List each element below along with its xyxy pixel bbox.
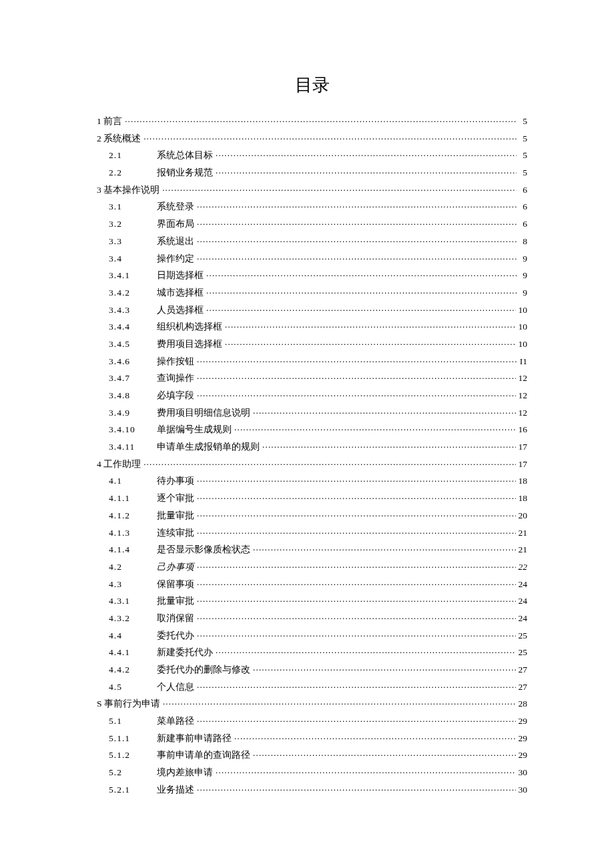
toc-entry[interactable]: 5.2境内差旅申请30: [97, 767, 527, 777]
toc-page-number: 8: [517, 237, 527, 246]
toc-entry[interactable]: 4.1.1逐个审批18: [97, 492, 527, 503]
toc-entry[interactable]: 5.1.1新建事前申请路径29: [97, 733, 527, 743]
toc-label: 1 前言: [97, 117, 125, 126]
toc-entry[interactable]: 4 工作助理17: [97, 458, 527, 469]
toc-page-number: 20: [516, 511, 528, 520]
toc-label: 费用项目明细信息说明: [157, 408, 253, 418]
toc-number: 3.4: [109, 254, 157, 264]
toc-entry[interactable]: 4.3.1批量审批24: [97, 595, 527, 606]
toc-entry[interactable]: 3.4.11申请单生成报销单的规则17: [97, 441, 527, 452]
toc-entry[interactable]: 4.1.2批量审批20: [97, 510, 527, 520]
toc-entry[interactable]: 3.4.8必填字段12: [97, 390, 527, 400]
toc-leader-dots: [216, 646, 516, 655]
toc-entry[interactable]: S 事前行为申请28: [97, 698, 527, 709]
toc-entry[interactable]: 4.3保留事项24: [97, 578, 527, 589]
toc-entry[interactable]: 3.4.1日期选择框9: [97, 270, 527, 280]
toc-leader-dots: [197, 372, 516, 381]
toc-leader-dots: [216, 167, 517, 175]
toc-leader-dots: [197, 253, 517, 262]
toc-entry[interactable]: 2.1系统总体目标5: [97, 149, 527, 160]
toc-entry[interactable]: 3.2界面布局6: [97, 218, 527, 229]
toc-entry[interactable]: 4.4.1新建委托代办25: [97, 646, 527, 657]
toc-page-number: 9: [517, 271, 527, 280]
toc-page-number: 6: [517, 220, 527, 229]
toc-entry[interactable]: 5.1菜单路径29: [97, 715, 527, 726]
toc-label: 委托代办: [157, 631, 197, 640]
toc-number: 2.1: [109, 151, 157, 160]
toc-leader-dots: [253, 664, 516, 673]
toc-entry[interactable]: 3.4.4组织机构选择框10: [97, 321, 527, 332]
toc-entry[interactable]: 4.1.3连续审批21: [97, 527, 527, 538]
toc-label: 单据编号生成规则: [157, 425, 234, 434]
toc-number: 5.2.1: [109, 785, 157, 795]
toc-label: 3 基本操作说明: [97, 185, 162, 195]
toc-leader-dots: [197, 510, 516, 518]
toc-entry[interactable]: 3.1系统登录6: [97, 201, 527, 211]
toc-entry[interactable]: 4.5个人信息27: [97, 681, 527, 692]
toc-label: 系统总体目标: [157, 151, 216, 160]
toc-leader-dots: [206, 287, 517, 296]
toc-entry[interactable]: 3.4.6操作按钮I1: [97, 356, 527, 366]
toc-entry[interactable]: 2 系统概述5: [97, 133, 527, 143]
toc-page-number: 18: [516, 476, 528, 486]
toc-label: 境内差旅申请: [157, 768, 216, 777]
toc-entry[interactable]: 4.2己办事项22: [97, 561, 527, 572]
toc-page-number: 29: [516, 717, 528, 726]
toc-leader-dots: [197, 578, 516, 587]
toc-label: 新建委托代办: [157, 648, 216, 657]
toc-entry[interactable]: 3.4.7查询操作12: [97, 372, 527, 383]
toc-page-number: 10: [516, 306, 528, 315]
toc-label: 2 系统概述: [97, 134, 143, 143]
toc-entry[interactable]: 3 基本操作说明6: [97, 184, 527, 195]
toc-entry[interactable]: 3.4.9费用项目明细信息说明12: [97, 407, 527, 418]
toc-label: 查询操作: [157, 374, 197, 383]
toc-leader-dots: [197, 356, 517, 364]
toc-leader-dots: [216, 149, 517, 158]
toc-leader-dots: [197, 218, 517, 227]
toc-leader-dots: [197, 527, 516, 536]
toc-page-number: 10: [516, 322, 528, 332]
toc-number: 4.1.3: [109, 528, 157, 538]
toc-page-number: 10: [516, 340, 528, 349]
toc-label: 是否显示影像质检状态: [157, 545, 253, 554]
toc-label: 必填字段: [157, 391, 197, 400]
toc-entry[interactable]: 4.1待办事项18: [97, 475, 527, 486]
toc-entry[interactable]: 3.3系统退出8: [97, 236, 527, 246]
toc-page-number: 24: [516, 580, 528, 589]
toc-page-number: 12: [516, 374, 528, 383]
toc-entry[interactable]: 5.2.1业务描述30: [97, 784, 527, 795]
toc-page-number: 9: [517, 288, 527, 298]
toc-entry[interactable]: 4.4委托代办25: [97, 630, 527, 640]
toc-page-number: 30: [516, 785, 528, 795]
toc-leader-dots: [206, 304, 516, 313]
toc-entry[interactable]: 1 前言5: [97, 115, 527, 126]
toc-entry[interactable]: 3.4.3人员选择框10: [97, 304, 527, 315]
toc-number: 4.4.2: [109, 665, 157, 675]
toc-number: 3.4.10: [109, 425, 157, 434]
toc-leader-dots: [197, 612, 516, 621]
toc-entry[interactable]: 3.4.2城市选择框9: [97, 287, 527, 298]
toc-entry[interactable]: 3.4操作约定9: [97, 253, 527, 264]
toc-page-number: 21: [516, 545, 528, 554]
toc-label: 待办事项: [157, 476, 197, 486]
toc-page-number: 22: [516, 562, 528, 572]
toc-entry[interactable]: 4.3.2取消保留24: [97, 612, 527, 623]
toc-leader-dots: [197, 201, 517, 209]
toc-entry[interactable]: 5.1.2事前申请单的查询路径29: [97, 749, 527, 760]
toc-label: 连续审批: [157, 528, 197, 538]
toc-leader-dots: [262, 441, 516, 450]
toc-entry[interactable]: 3.4.10单据编号生成规则16: [97, 424, 527, 434]
toc-entry[interactable]: 2.2报销业务规范5: [97, 167, 527, 177]
toc-leader-dots: [143, 458, 515, 467]
toc-leader-dots: [163, 698, 516, 707]
toc-number: 4.3: [109, 580, 157, 589]
toc-page-number: 25: [516, 631, 528, 640]
toc-label: 批量审批: [157, 596, 197, 606]
toc-entry[interactable]: 4.4.2委托代办的删除与修改27: [97, 664, 527, 675]
toc-number: 3.2: [109, 220, 157, 229]
toc-label: 日期选择框: [157, 271, 206, 280]
toc-number: 5.1.1: [109, 734, 157, 743]
toc-entry[interactable]: 4.1.4是否显示影像质检状态21: [97, 544, 527, 554]
toc-entry[interactable]: 3.4.5费用项目选择框10: [97, 338, 527, 349]
toc-label: 4 工作助理: [97, 460, 143, 469]
